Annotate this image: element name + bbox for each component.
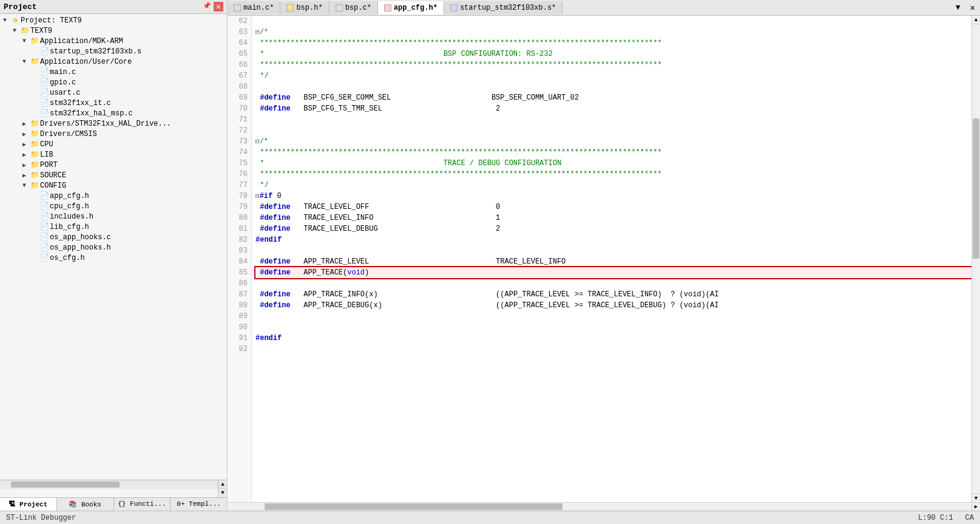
- code-area[interactable]: ⊟/* ************************************…: [252, 16, 972, 502]
- expand-icon-text9[interactable]: ▼: [10, 27, 19, 34]
- close-all-tabs-button[interactable]: ✕: [965, 0, 980, 15]
- code-line-63[interactable]: ⊟/*: [255, 27, 972, 38]
- editor-tab-app-cfg-h-tab[interactable]: app_cfg.h*: [378, 1, 444, 15]
- tree-item-port[interactable]: ▶📁PORT: [0, 160, 227, 170]
- tree-item-os-cfg-h[interactable]: 📄os_cfg.h: [0, 253, 227, 263]
- expand-icon-source[interactable]: ▶: [19, 172, 29, 179]
- code-line-82[interactable]: #endif: [255, 234, 972, 245]
- tree-item-config[interactable]: ▼📁CONFIG: [0, 180, 227, 191]
- tree-item-project-root[interactable]: ▼⚙Project: TEXT9: [0, 15, 227, 26]
- fold-icon[interactable]: ⊟: [255, 138, 260, 145]
- expand-icon-app-user[interactable]: ▼: [19, 58, 29, 65]
- tree-item-cpu[interactable]: ▶📁CPU: [0, 139, 227, 149]
- expand-icon-drivers-cmsis[interactable]: ▶: [19, 131, 29, 138]
- editor-tab-bsp-c-tab[interactable]: bsp.c*: [329, 1, 378, 15]
- sidebar-tab-books[interactable]: 📚 Books: [57, 498, 114, 511]
- tabs-overflow-button[interactable]: ▼: [951, 1, 965, 15]
- tree-item-includes-h[interactable]: 📄includes.h: [0, 211, 227, 222]
- code-line-68[interactable]: [255, 81, 972, 92]
- tree-item-drivers-hal[interactable]: ▶📁Drivers/STM32F1xx_HAL_Drive...: [0, 118, 227, 129]
- code-line-81[interactable]: #define TRACE_LEVEL_DEBUG 2: [255, 223, 972, 234]
- sidebar-tab-functions[interactable]: {} Functi...: [114, 498, 171, 511]
- code-line-74[interactable]: ****************************************…: [255, 147, 972, 158]
- tree-item-app-cfg-h[interactable]: 📄app_cfg.h: [0, 191, 227, 201]
- vscroll-down-arrow[interactable]: ▼: [972, 494, 980, 502]
- tree-item-lib-cfg-h[interactable]: 📄lib_cfg.h: [0, 222, 227, 232]
- define-kw: #define: [260, 94, 290, 102]
- code-line-86[interactable]: [255, 278, 972, 289]
- fold-icon[interactable]: ⊟: [255, 29, 260, 36]
- editor-tab-startup-tab[interactable]: startup_stm32f103xb.s*: [444, 1, 563, 15]
- close-sidebar-button[interactable]: ✕: [214, 2, 223, 12]
- vscroll-up-arrow[interactable]: ▲: [972, 16, 980, 24]
- expand-icon-port[interactable]: ▶: [19, 162, 29, 169]
- code-line-79[interactable]: #define TRACE_LEVEL_OFF 0: [255, 202, 972, 213]
- sidebar-hscroll[interactable]: [0, 480, 218, 489]
- tree-item-startup-s[interactable]: 📄startup_stm32f103xb.s: [0, 46, 227, 56]
- code-line-80[interactable]: #define TRACE_LEVEL_INFO 1: [255, 213, 972, 223]
- tree-item-stm32-msp[interactable]: 📄stm32f1xx_hal_msp.c: [0, 108, 227, 118]
- code-line-62[interactable]: [255, 16, 972, 27]
- tree-item-app-user[interactable]: ▼📁Application/User/Core: [0, 56, 227, 67]
- sidebar-tab-templates[interactable]: 0+ Templ...: [171, 498, 227, 511]
- scroll-up-arrow[interactable]: ▲: [218, 480, 227, 489]
- code-line-75[interactable]: * TRACE / DEBUG CONFIGURATION: [255, 158, 972, 169]
- pin-icon[interactable]: 📌: [203, 2, 211, 12]
- code-line-72[interactable]: [255, 125, 972, 136]
- expand-icon-app-mdk[interactable]: ▼: [19, 38, 29, 44]
- tree-item-main-c[interactable]: 📄main.c: [0, 67, 227, 77]
- tree-item-source[interactable]: ▶📁SOURCE: [0, 170, 227, 180]
- code-line-84[interactable]: #define APP_TRACE_LEVEL TRACE_LEVEL_INFO: [255, 256, 972, 267]
- code-line-87[interactable]: #define APP_TRACE_INFO(x) ((APP_TRACE_LE…: [255, 289, 972, 300]
- code-line-78[interactable]: ⊟#if 0: [255, 191, 972, 202]
- code-line-76[interactable]: ****************************************…: [255, 169, 972, 180]
- code-line-91[interactable]: #endif: [255, 333, 972, 344]
- expand-icon-drivers-hal[interactable]: ▶: [19, 120, 29, 128]
- code-line-77[interactable]: */: [255, 180, 972, 191]
- tree-item-gpio-c[interactable]: 📄gpio.c: [0, 77, 227, 87]
- expand-icon-config[interactable]: ▼: [19, 182, 29, 189]
- code-line-66[interactable]: ****************************************…: [255, 60, 972, 70]
- code-line-92[interactable]: [255, 344, 972, 355]
- code-line-90[interactable]: [255, 322, 972, 333]
- code-line-83[interactable]: [255, 245, 972, 256]
- hscroll-track[interactable]: [228, 503, 972, 511]
- editor-hscroll[interactable]: ▶: [228, 502, 980, 511]
- code-line-70[interactable]: #define BSP_CFG_TS_TMR_SEL 2: [255, 103, 972, 114]
- line-num-64: 64: [228, 38, 251, 49]
- hscroll-right-arrow[interactable]: ▶: [972, 503, 980, 511]
- code-line-67[interactable]: */: [255, 70, 972, 81]
- expand-icon-project-root[interactable]: ▼: [0, 17, 10, 24]
- expand-icon-cpu[interactable]: ▶: [19, 141, 29, 148]
- code-line-69[interactable]: #define BSP_CFG_SER_COMM_SEL BSP_SER_COM…: [255, 92, 972, 103]
- comment-span: */: [255, 181, 269, 189]
- tree-item-lib[interactable]: ▶📁LIB: [0, 149, 227, 160]
- editor-tab-main-c-tab[interactable]: main.c*: [228, 1, 280, 15]
- tree-item-cpu-cfg-h[interactable]: 📄cpu_cfg.h: [0, 201, 227, 211]
- editor-tab-bsp-h-tab[interactable]: bsp.h*: [280, 1, 329, 15]
- code-line-64[interactable]: ****************************************…: [255, 38, 972, 49]
- code-line-85[interactable]: #define APP_TEACE(void): [255, 267, 972, 278]
- tree-item-app-mdk[interactable]: ▼📁Application/MDK-ARM: [0, 36, 227, 46]
- tree-item-stm32-it[interactable]: 📄stm32f1xx_it.c: [0, 98, 227, 108]
- sidebar-tree[interactable]: ▼⚙Project: TEXT9▼📁TEXT9▼📁Application/MDK…: [0, 14, 227, 480]
- code-line-89[interactable]: [255, 311, 972, 322]
- sidebar-tab-project[interactable]: 🏗 Project: [0, 498, 57, 511]
- code-line-73[interactable]: ⊟/*: [255, 136, 972, 147]
- tree-label-stm32-it: stm32f1xx_it.c: [50, 99, 111, 107]
- code-line-71[interactable]: [255, 114, 972, 125]
- code-line-88[interactable]: #define APP_TRACE_DEBUG(x) ((APP_TRACE_L…: [255, 300, 972, 311]
- tree-item-text9[interactable]: ▼📁TEXT9: [0, 26, 227, 36]
- tree-item-os-app-hooks-h[interactable]: 📄os_app_hooks.h: [0, 242, 227, 253]
- fold-icon[interactable]: ⊟: [255, 192, 260, 200]
- code-line-65[interactable]: * BSP CONFIGURATION: RS-232: [255, 49, 972, 60]
- tree-item-drivers-cmsis[interactable]: ▶📁Drivers/CMSIS: [0, 129, 227, 139]
- tree-item-os-app-hooks-c[interactable]: 📄os_app_hooks.c: [0, 232, 227, 242]
- scroll-down-arrow[interactable]: ▼: [218, 489, 227, 497]
- expand-icon-lib[interactable]: ▶: [19, 151, 29, 158]
- file-icon-includes-h: 📄: [39, 212, 50, 221]
- line-num-80: 80: [228, 213, 251, 223]
- vscroll-track[interactable]: [972, 24, 980, 494]
- editor-vscroll[interactable]: ▲ ▼: [972, 16, 980, 502]
- tree-item-usart-c[interactable]: 📄usart.c: [0, 87, 227, 98]
